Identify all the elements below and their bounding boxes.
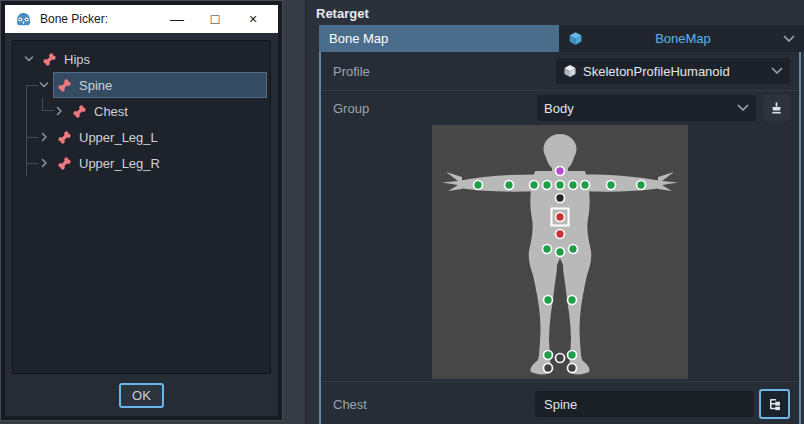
profile-label: Profile <box>333 64 556 79</box>
bone-point-neck[interactable] <box>556 167 565 176</box>
bone-point-chest[interactable] <box>556 194 565 203</box>
tree-guide <box>26 85 38 86</box>
chevron-down-icon <box>783 35 795 43</box>
bone-point-forearm-l[interactable] <box>505 181 514 190</box>
chest-bone-value: Spine <box>544 397 577 412</box>
panel-title: Retarget <box>306 0 804 25</box>
tree-guide <box>42 98 54 111</box>
bone-point-knee-r[interactable] <box>568 296 577 305</box>
chest-bone-row: Chest Spine <box>321 381 799 424</box>
chest-label: Chest <box>333 397 535 412</box>
profile-picker[interactable]: SkeletonProfileHumanoid <box>556 58 790 84</box>
tree-item-label: Hips <box>64 52 90 67</box>
bone-point-upper-arm-r[interactable] <box>581 181 590 190</box>
bone-icon <box>42 52 57 67</box>
group-dropdown[interactable]: Body <box>537 95 756 121</box>
minimize-button[interactable]: — <box>162 5 192 33</box>
ok-button[interactable]: OK <box>119 383 164 408</box>
tree-item-label: Chest <box>94 104 128 119</box>
godot-logo-icon <box>15 11 32 28</box>
tree-item-label: Spine <box>79 78 112 93</box>
bone-point-root[interactable] <box>556 248 565 257</box>
bone-icon <box>57 78 72 93</box>
group-row: Group Body <box>321 91 799 123</box>
bone-point-knee-l[interactable] <box>544 296 553 305</box>
bone-map-sub-inspector: Profile SkeletonProfileHumanoid Group Bo… <box>319 52 801 424</box>
window-body: HipsSpineChestUpper_Leg_LUpper_Leg_R OK <box>5 33 278 416</box>
window-title: Bone Picker: <box>40 12 154 26</box>
chest-bone-input[interactable]: Spine <box>535 391 754 417</box>
bone-icon <box>57 130 72 145</box>
dialog-footer: OK <box>12 374 271 410</box>
tree-item-label-wrap[interactable]: Chest <box>69 99 266 123</box>
tree-hierarchy-icon <box>767 397 782 412</box>
bone-point-forearm-r[interactable] <box>607 181 616 190</box>
bone-tree: HipsSpineChestUpper_Leg_LUpper_Leg_R <box>12 40 271 374</box>
bone-point-shoulder-r[interactable] <box>569 181 578 190</box>
tree-item-upper_leg_l[interactable]: Upper_Leg_L <box>13 124 270 150</box>
tree-guide <box>26 163 38 164</box>
tree-item-label-wrap[interactable]: Hips <box>39 47 266 71</box>
squeegee-icon <box>769 101 784 116</box>
close-button[interactable]: × <box>238 5 268 33</box>
bone-map-section-header[interactable]: Bone Map <box>319 25 559 52</box>
bone-point-upper-leg-r[interactable] <box>569 245 578 254</box>
retarget-panel: Retarget Bone Map BoneMap Profile <box>305 0 804 424</box>
chevron-down-icon <box>737 104 749 112</box>
tree-item-label-wrap[interactable]: Spine <box>54 73 266 97</box>
chevron-right-icon[interactable] <box>53 105 65 117</box>
bone-icon <box>57 156 72 171</box>
resource-cube-icon <box>563 64 577 78</box>
window-titlebar[interactable]: Bone Picker: — □ × <box>5 5 278 33</box>
profile-value: SkeletonProfileHumanoid <box>583 64 765 79</box>
resource-name: BoneMap <box>589 31 777 46</box>
open-bone-picker-button[interactable] <box>759 389 790 419</box>
chevron-right-icon[interactable] <box>38 157 50 169</box>
bone-point-shoulder-l[interactable] <box>543 181 552 190</box>
group-label: Group <box>333 101 537 116</box>
bone-point-hand-r[interactable] <box>637 181 646 190</box>
chevron-right-icon[interactable] <box>38 131 50 143</box>
bone-point-hand-l[interactable] <box>474 181 483 190</box>
resource-cube-icon <box>568 31 583 46</box>
bone-map-preview <box>321 123 799 381</box>
bone-map-section-row: Bone Map BoneMap <box>319 25 804 52</box>
bone-point-ankle-l[interactable] <box>544 351 553 360</box>
bone-picker-window: Bone Picker: — □ × HipsSpineChestUpper_L… <box>0 0 283 421</box>
tree-item-hips[interactable]: Hips <box>13 46 270 72</box>
tree-guide <box>26 137 38 138</box>
tree-item-label-wrap[interactable]: Upper_Leg_R <box>54 151 266 175</box>
chevron-down-icon[interactable] <box>23 53 35 65</box>
profile-row: Profile SkeletonProfileHumanoid <box>321 52 799 91</box>
bone-point-heel-center[interactable] <box>556 354 565 363</box>
bone-point-hips[interactable] <box>556 230 565 239</box>
bone-point-foot-r[interactable] <box>568 364 577 373</box>
bone-point-spine[interactable] <box>556 213 565 222</box>
bone-point-upper-arm-l[interactable] <box>530 181 539 190</box>
clear-mappings-button[interactable] <box>763 95 790 121</box>
bone-point-ankle-r[interactable] <box>568 351 577 360</box>
bone-map-figure[interactable] <box>432 125 688 379</box>
bone-point-upper-leg-l[interactable] <box>543 245 552 254</box>
maximize-button[interactable]: □ <box>200 5 230 33</box>
bone-icon <box>72 104 87 119</box>
bone-map-resource-picker[interactable]: BoneMap <box>559 25 804 52</box>
tree-item-spine[interactable]: Spine <box>13 72 270 98</box>
group-value: Body <box>544 101 731 116</box>
tree-item-label: Upper_Leg_R <box>79 156 160 171</box>
bone-point-upper-chest[interactable] <box>556 181 565 190</box>
tree-item-label: Upper_Leg_L <box>79 130 158 145</box>
tree-item-label-wrap[interactable]: Upper_Leg_L <box>54 125 266 149</box>
chevron-down-icon[interactable] <box>38 79 50 91</box>
chevron-down-icon <box>771 67 783 75</box>
bone-point-foot-l[interactable] <box>544 364 553 373</box>
tree-item-upper_leg_r[interactable]: Upper_Leg_R <box>13 150 270 176</box>
